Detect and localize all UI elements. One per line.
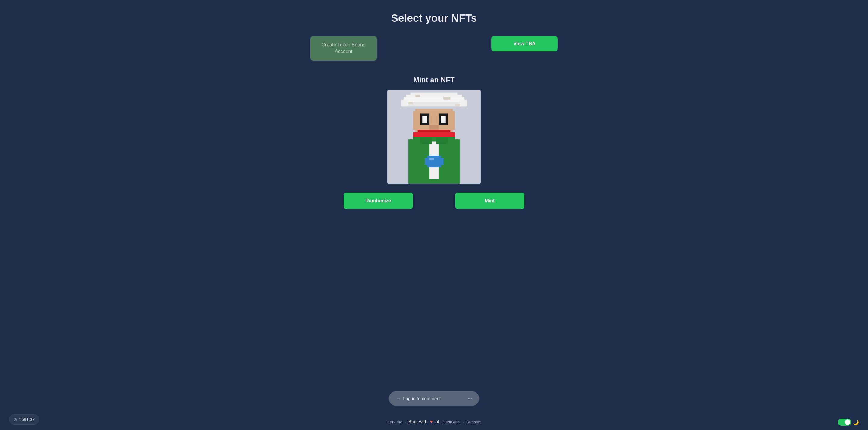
built-with-text: Built with: [408, 419, 428, 425]
balance-badge: ⊙ 1591.37: [9, 414, 39, 425]
svg-rect-23: [427, 155, 441, 158]
svg-rect-25: [427, 165, 441, 167]
create-tba-button[interactable]: Create Token Bound Account: [310, 36, 377, 61]
svg-rect-8: [443, 97, 450, 99]
page-title: Select your NFTs: [391, 12, 477, 24]
svg-rect-6: [460, 99, 467, 107]
view-tba-button[interactable]: View TBA: [491, 36, 558, 51]
login-arrow-icon: →: [396, 396, 401, 401]
nft-image-container: [387, 90, 481, 184]
svg-rect-17: [430, 125, 439, 130]
footer-sep-1: ·: [405, 420, 406, 424]
mint-button[interactable]: Mint: [455, 193, 524, 209]
toggle-switch[interactable]: [838, 419, 851, 426]
comment-more-button[interactable]: ···: [467, 395, 472, 402]
svg-rect-26: [430, 158, 434, 161]
randomize-button[interactable]: Randomize: [344, 193, 413, 209]
balance-value: 1591.37: [19, 417, 35, 422]
svg-rect-4: [406, 102, 462, 107]
support-link[interactable]: Support: [466, 420, 481, 424]
svg-rect-10: [455, 104, 460, 107]
main-container: Select your NFTs Create Token Bound Acco…: [299, 0, 569, 245]
svg-rect-27: [420, 137, 432, 144]
svg-rect-28: [436, 137, 448, 144]
login-text: Log in to comment: [403, 396, 441, 401]
balance-icon: ⊙: [13, 417, 17, 422]
fork-me-link[interactable]: Fork me: [387, 420, 402, 424]
svg-rect-21: [413, 137, 455, 142]
nft-artwork: [387, 90, 481, 184]
footer-sep-2: ·: [463, 420, 464, 424]
svg-rect-9: [408, 102, 413, 104]
mint-section: Mint an NFT: [304, 76, 564, 209]
brand-link[interactable]: BuidlGuidl: [442, 420, 461, 424]
svg-rect-16: [441, 116, 446, 123]
top-buttons-row: Create Token Bound Account View TBA: [304, 36, 564, 61]
svg-rect-19: [418, 130, 451, 133]
moon-icon: 🌙: [853, 420, 859, 425]
mint-buttons-row: Randomize Mint: [304, 193, 564, 209]
heart-icon: ♥: [430, 419, 433, 425]
footer: Fork me · Built with ♥ at BuidlGuidl · S…: [0, 414, 868, 430]
svg-rect-7: [415, 95, 420, 97]
at-text: at: [435, 419, 439, 425]
dark-mode-toggle[interactable]: 🌙: [838, 419, 859, 426]
comment-login-area[interactable]: → Log in to comment: [396, 396, 441, 401]
comment-bar: → Log in to comment ···: [389, 391, 479, 406]
svg-rect-14: [422, 116, 427, 123]
mint-section-title: Mint an NFT: [413, 76, 455, 84]
svg-rect-5: [401, 99, 408, 107]
